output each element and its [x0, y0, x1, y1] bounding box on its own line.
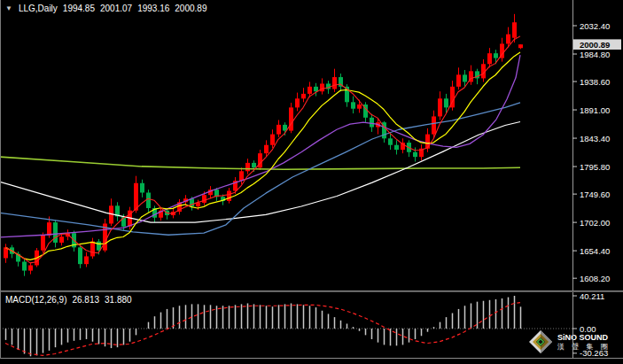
panel-divider[interactable]	[0, 290, 623, 292]
price-tick-label: 1984.80	[580, 50, 610, 59]
macd-signal-value: 31.880	[105, 295, 132, 305]
price-tick-label: 1702.00	[580, 218, 610, 228]
window-bottom-border	[0, 358, 623, 359]
chart-menu-triangle-icon[interactable]: ▼	[5, 4, 12, 12]
open-value: 1994.85	[63, 4, 95, 13]
current-price-tag-value: 2000.89	[580, 40, 610, 50]
high-value: 2001.07	[100, 4, 132, 13]
macd-indicator-label: MACD(12,26,9) 26.813 31.880	[5, 295, 132, 305]
ma-yellow-line	[5, 52, 520, 259]
mt4-chart-window: ▼ LLG,Daily 1994.85 2001.07 1993.16 2000…	[0, 0, 623, 364]
candles-layer	[4, 14, 523, 276]
macd-params-label: MACD(12,26,9)	[5, 295, 66, 305]
close-value: 2000.89	[175, 4, 206, 13]
macd-histogram-layer	[6, 296, 521, 356]
chart-ohlc-header: ▼ LLG,Daily 1994.85 2001.07 1993.16 2000…	[5, 4, 206, 13]
symbol-period-label: LLG,Daily	[19, 4, 58, 13]
price-tick-label: 1608.20	[580, 274, 610, 283]
macd-tick-label: -30.263	[580, 348, 608, 358]
price-chart-canvas[interactable]: 2032.401984.801938.601891.001843.401795.…	[0, 0, 623, 292]
price-tick-label: 2032.40	[580, 21, 610, 31]
macd-main-value: 26.813	[72, 295, 99, 305]
macd-tick-label: 40.211	[580, 292, 604, 301]
price-tick-label: 1843.40	[580, 134, 610, 143]
price-tick-label: 1891.00	[580, 105, 610, 115]
low-value: 1993.16	[137, 4, 169, 13]
price-tick-label: 1938.60	[580, 77, 610, 87]
ma-red-line	[5, 36, 520, 263]
macd-tick-label: 0.00	[580, 324, 596, 334]
ma-purple-line	[0, 55, 520, 237]
price-tick-label: 1654.40	[580, 246, 610, 256]
window-left-border	[0, 0, 1, 359]
price-tick-label: 1795.80	[580, 162, 610, 172]
price-tick-label: 1749.60	[580, 190, 610, 199]
macd-signal-line	[5, 303, 520, 356]
